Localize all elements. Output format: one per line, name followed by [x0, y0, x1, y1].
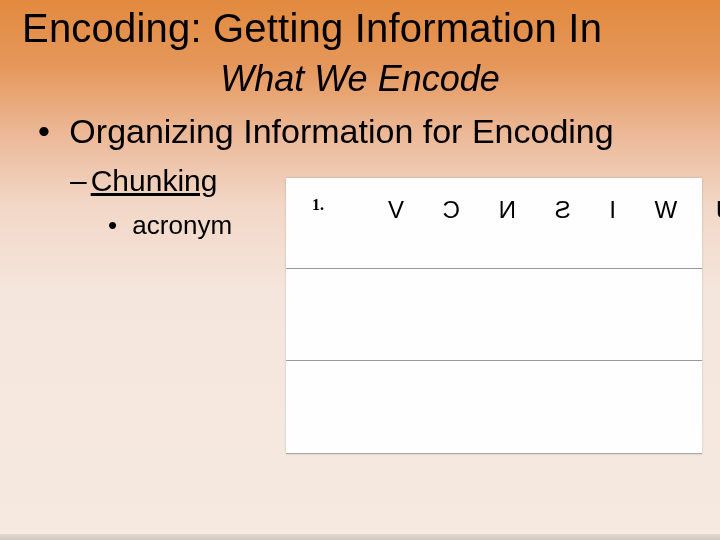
bullet-level3-text: acronym: [132, 210, 232, 240]
figure-glyphs-wrap: J W I S N C V: [372, 196, 720, 224]
figure-row: 1. J W I S N C V: [286, 178, 702, 268]
figure-item-number: 1.: [312, 196, 324, 214]
bullet-level2: –Chunking: [70, 164, 217, 198]
slide-title: Encoding: Getting Information In: [22, 6, 698, 51]
chunking-figure: 1. J W I S N C V: [286, 178, 702, 454]
bullet-level3: acronym: [108, 210, 232, 241]
slide: Encoding: Getting Information In What We…: [0, 0, 720, 540]
slide-bottom-edge: [0, 534, 720, 540]
dash-icon: –: [70, 164, 87, 197]
figure-bottom-border: [286, 453, 702, 454]
figure-row: [286, 268, 702, 359]
slide-subtitle: What We Encode: [0, 58, 720, 100]
bullet-level2-text: Chunking: [91, 164, 218, 197]
figure-glyphs: J W I S N C V: [372, 196, 720, 224]
bullet-level1: Organizing Information for Encoding: [38, 112, 614, 151]
figure-row: [286, 360, 702, 451]
bullet-level1-text: Organizing Information for Encoding: [69, 112, 613, 150]
